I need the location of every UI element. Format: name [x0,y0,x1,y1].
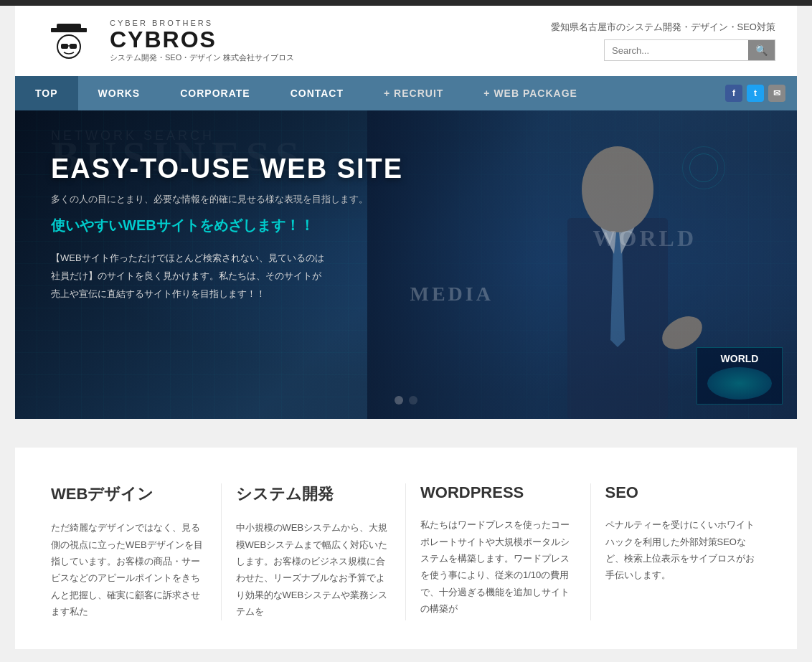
nav-social: f t ✉ [714,85,797,102]
twitter-icon[interactable]: t [747,85,764,102]
header: CYBER BROTHERS CYBROS システム開発・SEO・デザイン 株式… [15,6,797,76]
nav-item-corporate[interactable]: CORPORATE [160,76,270,110]
hero-title: EASY-TO-USE WEB SITE [51,153,448,184]
feature-wordpress-body: 私たちはワードプレスを使ったコーポレートサイトや大規模ポータルシステムを構築しま… [420,516,576,617]
nav-items: TOP WORKS CORPORATE CONTACT + RECRUIT + … [15,76,714,110]
feature-system-body: 中小規模のWEBシステムから、大規模WEBシステムまで幅広く対応いたします。お客… [236,519,392,620]
feature-seo-body: ペナルティーを受けにくいホワイトハックを利用した外部対策SEOなど、検索上位表示… [605,516,762,584]
svg-point-10 [582,146,653,232]
nav-item-works[interactable]: WORKS [78,76,161,110]
hero-subtitle: 多くの人の目にとまり、必要な情報を的確に見せる様な表現を目指します。 [51,193,448,206]
feature-seo-title: SEO [605,483,762,502]
header-tagline: 愛知県名古屋市のシステム開発・デザイン・SEO対策 [551,21,775,34]
hero-highlight: 使いやすいWEBサイトをめざします！！ [51,216,448,235]
logo-text-area: CYBER BROTHERS CYBROS システム開発・SEO・デザイン 株式… [110,19,294,63]
nav-item-contact[interactable]: CONTACT [270,76,364,110]
world-box: WORLD [697,347,783,405]
world-label: WORLD [721,353,759,364]
feature-seo: SEO ペナルティーを受けにくいホワイトハックを利用した外部対策SEOなど、検索… [591,483,776,620]
header-right: 愛知県名古屋市のシステム開発・デザイン・SEO対策 🔍 [551,21,775,61]
nav-item-top[interactable]: TOP [15,76,78,110]
svg-rect-4 [70,44,77,49]
top-bar [0,0,812,6]
svg-point-2 [57,35,80,58]
svg-rect-3 [61,44,68,49]
search-input[interactable] [605,41,748,60]
main-nav: TOP WORKS CORPORATE CONTACT + RECRUIT + … [15,76,797,110]
email-icon[interactable]: ✉ [768,85,785,102]
search-button[interactable]: 🔍 [748,40,775,60]
nav-item-recruit[interactable]: + RECRUIT [364,76,463,110]
feature-web-title: WEBデザイン [51,483,207,505]
feature-system: システム開発 中小規模のWEBシステムから、大規模WEBシステムまで幅広く対応い… [222,483,407,620]
page-wrapper: CYBER BROTHERS CYBROS システム開発・SEO・デザイン 株式… [15,6,797,649]
features-section: WEBデザイン ただ綺麗なデザインではなく、見る側の視点に立ったWEBデザインを… [15,448,797,648]
logo-subtitle: システム開発・SEO・デザイン 株式会社サイブロス [110,52,294,63]
logo-name: CYBROS [110,27,294,52]
svg-rect-1 [57,24,81,31]
nav-item-webpackage[interactable]: + WEB PACKAGE [463,76,598,110]
hero-world-text: WORLD [593,225,697,252]
logo-icon [37,19,101,62]
search-bar: 🔍 [604,39,775,61]
feature-web: WEBデザイン ただ綺麗なデザインではなく、見る側の視点に立ったWEBデザインを… [37,483,222,620]
hero-content: EASY-TO-USE WEB SITE 多くの人の目にとまり、必要な情報を的確… [15,110,484,346]
hero-body: 【WEBサイト作っただけでほとんど検索されない、見ているのは 社員だけ】のサイト… [51,250,448,303]
logo-area: CYBER BROTHERS CYBROS システム開発・SEO・デザイン 株式… [37,19,294,63]
facebook-icon[interactable]: f [725,85,742,102]
feature-web-body: ただ綺麗なデザインではなく、見る側の視点に立ったWEBデザインを目指しています。… [51,519,207,620]
feature-wordpress: WORDPRESS 私たちはワードプレスを使ったコーポレートサイトや大規模ポータ… [406,483,591,620]
feature-wordpress-title: WORDPRESS [420,483,576,502]
world-map [707,367,772,399]
hero-section: BUSINESS NETWORK SEARCH [15,110,797,419]
section-gap [15,419,797,448]
feature-system-title: システム開発 [236,483,392,505]
